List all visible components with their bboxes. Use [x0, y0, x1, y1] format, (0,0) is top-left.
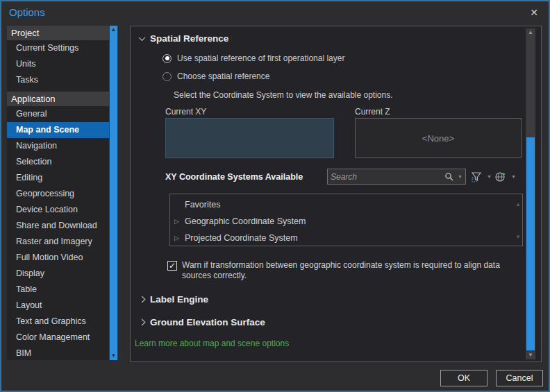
sidebar: Project Current Settings Units Tasks App…	[7, 26, 118, 360]
sidebar-item-layout[interactable]: Layout	[7, 298, 109, 314]
current-xy-label: Current XY	[165, 107, 206, 117]
sidebar-item-units[interactable]: Units	[7, 56, 109, 72]
radio-label: Use spatial reference of first operation…	[177, 53, 344, 63]
radio-selected-icon	[162, 54, 172, 63]
sidebar-item-geoprocessing[interactable]: Geoprocessing	[7, 186, 109, 202]
coordinate-system-tree: Favorites ▲ ▷ Geographic Coordinate Syst…	[169, 194, 523, 246]
sidebar-item-tasks[interactable]: Tasks	[7, 72, 109, 88]
tree-item-label: Geographic Coordinate System	[185, 216, 306, 226]
current-z-value: <None>	[422, 133, 454, 144]
current-z-label: Current Z	[355, 107, 390, 117]
sidebar-item-color-management[interactable]: Color Management	[7, 330, 109, 346]
globe-add-icon	[494, 171, 506, 182]
current-xy-box[interactable]	[165, 118, 334, 158]
sidebar-item-device-location[interactable]: Device Location	[7, 202, 109, 218]
warn-transformation-checkbox-row[interactable]: ✓ Warn if transformation between geograp…	[167, 260, 518, 281]
panel-scrollbar-thumb[interactable]	[526, 137, 535, 350]
sidebar-item-current-settings[interactable]: Current Settings	[7, 40, 109, 56]
current-z-box[interactable]: <None>	[355, 118, 522, 158]
chevron-down-icon	[139, 34, 146, 41]
xy-systems-available-label: XY Coordinate Systems Available	[165, 172, 303, 182]
learn-more-link[interactable]: Learn more about map and scene options	[135, 339, 289, 348]
title-bar: Options ✕	[1, 1, 549, 24]
sidebar-item-bim[interactable]: BIM	[7, 346, 109, 360]
checkbox-label: Warn if transformation between geographi…	[182, 260, 518, 281]
sidebar-item-editing[interactable]: Editing	[7, 170, 109, 186]
dialog-title: Options	[9, 6, 45, 18]
panel-scrollbar[interactable]: ▲ ▼	[526, 28, 535, 359]
tree-item-label: Projected Coordinate System	[185, 233, 298, 243]
sidebar-section-application: Application	[7, 92, 109, 106]
sidebar-section-project: Project	[7, 26, 109, 40]
sidebar-list: Project Current Settings Units Tasks App…	[7, 26, 109, 360]
section-title: Spatial Reference	[150, 33, 228, 44]
sidebar-scrollbar[interactable]: ▲ ▼	[109, 26, 118, 360]
ok-button[interactable]: OK	[440, 370, 488, 386]
tree-scroll-up-icon[interactable]: ▲	[515, 196, 521, 213]
globe-caret-icon[interactable]: ▼	[508, 174, 519, 179]
cancel-button[interactable]: Cancel	[496, 370, 543, 386]
section-title: Label Engine	[150, 294, 208, 305]
sidebar-item-text-and-graphics[interactable]: Text and Graphics	[7, 314, 109, 330]
tree-item-geographic-coordinate-system[interactable]: ▷ Geographic Coordinate System	[170, 213, 522, 230]
search-options-caret-icon[interactable]: ▼	[455, 174, 465, 179]
settings-panel: Spatial Reference Use spatial reference …	[130, 26, 542, 362]
tree-scroll-down-icon[interactable]: ▼	[515, 229, 521, 246]
filter-icon	[471, 171, 482, 182]
search-input[interactable]	[328, 172, 444, 182]
sidebar-item-map-and-scene[interactable]: Map and Scene	[7, 122, 109, 138]
expander-icon[interactable]: ▷	[174, 230, 179, 246]
sidebar-item-table[interactable]: Table	[7, 282, 109, 298]
scroll-up-icon[interactable]: ▲	[109, 26, 118, 34]
section-ground-elevation-surface[interactable]: Ground Elevation Surface	[140, 317, 265, 327]
checkbox-checked-icon[interactable]: ✓	[167, 261, 177, 271]
section-title: Ground Elevation Surface	[150, 317, 265, 327]
coordinate-search-box: ▼	[327, 169, 466, 185]
scroll-down-icon[interactable]: ▼	[109, 352, 118, 360]
sidebar-item-share-and-download[interactable]: Share and Download	[7, 218, 109, 234]
coordinate-system-hint: Select the Coordinate System to view the…	[174, 90, 393, 100]
tree-item-projected-coordinate-system[interactable]: ▷ Projected Coordinate System ▼	[170, 230, 522, 246]
chevron-right-icon	[139, 319, 146, 326]
sidebar-item-full-motion-video[interactable]: Full Motion Video	[7, 250, 109, 266]
radio-label: Choose spatial reference	[177, 71, 269, 81]
sidebar-scrollbar-thumb[interactable]	[110, 26, 117, 360]
search-icon[interactable]	[444, 172, 455, 181]
scroll-down-icon[interactable]: ▼	[526, 351, 535, 359]
radio-choose-spatial-reference[interactable]: Choose spatial reference	[162, 71, 269, 81]
sidebar-item-navigation[interactable]: Navigation	[7, 138, 109, 154]
add-coordinate-system-button[interactable]: ▼	[492, 169, 521, 185]
radio-unselected-icon	[162, 72, 172, 81]
sidebar-item-raster-and-imagery[interactable]: Raster and Imagery	[7, 234, 109, 250]
tree-item-favorites[interactable]: Favorites ▲	[170, 196, 522, 213]
section-label-engine[interactable]: Label Engine	[140, 294, 208, 305]
sidebar-item-general[interactable]: General	[7, 106, 109, 122]
section-spatial-reference[interactable]: Spatial Reference	[140, 33, 228, 44]
options-dialog: Options ✕ Project Current Settings Units…	[0, 0, 550, 392]
scroll-up-icon[interactable]: ▲	[526, 28, 535, 37]
tree-item-label: Favorites	[185, 200, 220, 210]
sidebar-item-selection[interactable]: Selection	[7, 154, 109, 170]
expander-icon[interactable]: ▷	[174, 213, 179, 230]
chevron-right-icon	[139, 296, 146, 303]
sidebar-item-display[interactable]: Display	[7, 266, 109, 282]
close-icon[interactable]: ✕	[528, 6, 540, 19]
radio-use-first-layer[interactable]: Use spatial reference of first operation…	[162, 53, 344, 63]
